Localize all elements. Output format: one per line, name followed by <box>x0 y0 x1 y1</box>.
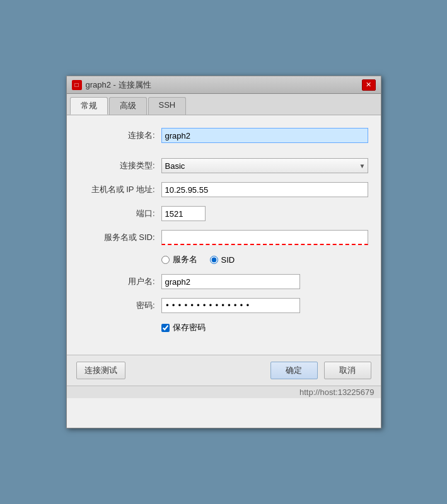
username-row: 用户名: <box>79 274 368 289</box>
close-button[interactable]: ✕ <box>362 79 376 91</box>
port-input[interactable] <box>161 206 206 221</box>
footer-right-buttons: 确定 取消 <box>270 362 371 379</box>
username-label: 用户名: <box>79 276 161 287</box>
service-row: 服务名或 SID: <box>79 230 368 245</box>
connection-type-row: 连接类型: Basic ▼ <box>79 158 368 173</box>
radio-service-name-label: 服务名 <box>173 254 197 265</box>
tab-bar: 常规 高级 SSH <box>67 94 381 115</box>
radio-sid-label: SID <box>221 255 235 265</box>
test-connection-button[interactable]: 连接测试 <box>76 362 125 379</box>
cancel-button[interactable]: 取消 <box>324 362 371 379</box>
service-input[interactable] <box>161 230 368 245</box>
radio-row: 服务名 SID <box>79 254 368 265</box>
window-title: graph2 - 连接属性 <box>86 79 151 91</box>
host-label: 主机名或 IP 地址: <box>79 184 161 195</box>
radio-service-name[interactable]: 服务名 <box>161 254 197 265</box>
save-password-checkbox-label[interactable]: 保存密码 <box>161 322 206 333</box>
tab-general[interactable]: 常规 <box>70 97 108 115</box>
form-content: 连接名: 连接类型: Basic ▼ 主机名或 IP 地址: 端口: <box>67 115 381 355</box>
title-bar-left: □ graph2 - 连接属性 <box>72 79 151 91</box>
ok-button[interactable]: 确定 <box>270 362 318 379</box>
username-input[interactable] <box>161 274 300 289</box>
password-row: 密码: <box>79 298 368 313</box>
tab-advanced[interactable]: 高级 <box>109 97 147 115</box>
connection-type-label: 连接类型: <box>79 160 161 171</box>
window-icon: □ <box>72 80 82 90</box>
connection-name-label: 连接名: <box>79 130 161 141</box>
connection-name-row: 连接名: <box>79 128 368 143</box>
port-row: 端口: <box>79 206 368 221</box>
connection-name-input[interactable] <box>161 128 368 143</box>
dialog-footer: 连接测试 确定 取消 <box>67 355 381 386</box>
radio-sid[interactable]: SID <box>210 255 235 265</box>
password-label: 密码: <box>79 300 161 311</box>
save-password-label: 保存密码 <box>173 322 206 333</box>
save-password-row: 保存密码 <box>79 322 368 333</box>
host-input[interactable] <box>161 182 368 197</box>
tab-ssh[interactable]: SSH <box>148 97 187 115</box>
service-label: 服务名或 SID: <box>79 232 161 243</box>
connection-type-wrapper: Basic ▼ <box>161 158 368 173</box>
host-row: 主机名或 IP 地址: <box>79 182 368 197</box>
status-text: http://host:13225679 <box>299 387 374 397</box>
radio-service-name-input[interactable] <box>161 256 170 264</box>
radio-sid-input[interactable] <box>210 256 218 264</box>
connection-type-select[interactable]: Basic <box>161 158 368 173</box>
title-bar: □ graph2 - 连接属性 ✕ <box>67 76 381 94</box>
save-password-checkbox[interactable] <box>161 324 170 332</box>
dialog-window: □ graph2 - 连接属性 ✕ 常规 高级 SSH 连接名: 连接类型: B… <box>66 76 381 428</box>
password-input[interactable] <box>161 298 300 313</box>
port-label: 端口: <box>79 208 161 219</box>
status-bar: http://host:13225679 <box>67 386 381 398</box>
